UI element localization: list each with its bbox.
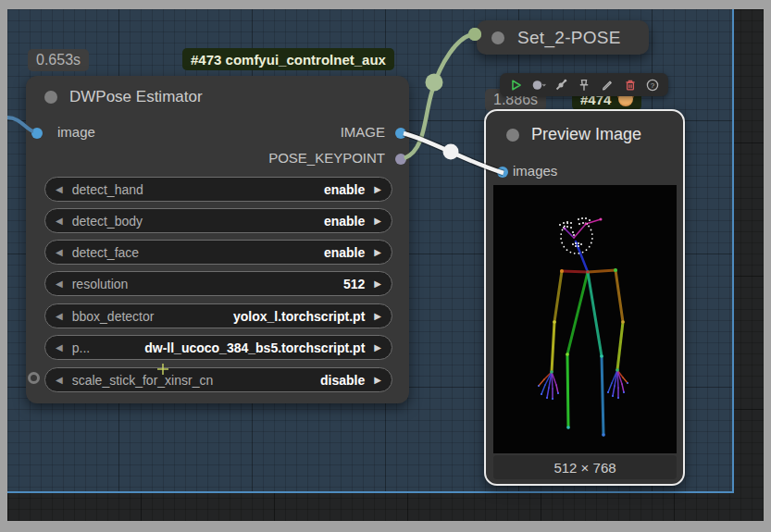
widget-value: enable — [324, 182, 365, 197]
node-color-icon[interactable] — [531, 78, 546, 93]
edit-icon[interactable] — [600, 78, 615, 93]
node-title-row: Preview Image — [506, 125, 641, 144]
widget-value: yolox_l.torchscript.pt — [233, 309, 365, 324]
increment-arrow-icon[interactable]: ▶ — [374, 343, 381, 353]
svg-text:?: ? — [651, 80, 655, 89]
image-size-label: 512 × 768 — [493, 455, 677, 479]
pin-icon[interactable] — [577, 78, 591, 93]
decrement-arrow-icon[interactable]: ◀ — [56, 248, 63, 257]
decrement-arrow-icon[interactable]: ◀ — [56, 279, 63, 289]
widget-value: enable — [324, 245, 365, 260]
decrement-arrow-icon[interactable]: ◀ — [56, 376, 63, 385]
increment-arrow-icon[interactable]: ▶ — [374, 248, 381, 257]
input-socket-scale-stick[interactable] — [28, 372, 40, 384]
decrement-arrow-icon[interactable]: ◀ — [56, 312, 63, 321]
node-dwpose-estimator[interactable]: DWPose Estimator image IMAGE POSE_KEYPOI… — [26, 76, 409, 403]
collapse-dot[interactable] — [491, 31, 504, 44]
decrement-arrow-icon[interactable]: ◀ — [56, 343, 63, 353]
window-frame: 0.653s #473 comfyui_controlnet_aux 1.886… — [0, 0, 771, 532]
widget-value: 512 — [343, 277, 365, 291]
output-label-pose-keypoint: POSE_KEYPOINT — [268, 150, 385, 166]
collapse-dot[interactable] — [506, 129, 519, 142]
graph-canvas[interactable]: 0.653s #473 comfyui_controlnet_aux 1.886… — [7, 9, 764, 521]
input-label-image: image — [57, 124, 95, 140]
widget-resolution[interactable]: ◀ resolution 512 ▶ — [44, 271, 392, 296]
execution-time-badge: 0.653s — [28, 49, 89, 71]
node-set-2-pose[interactable]: Set_2-POSE — [477, 20, 649, 55]
increment-arrow-icon[interactable]: ▶ — [374, 376, 381, 385]
output-socket-image[interactable] — [395, 128, 406, 139]
node-preview-image[interactable]: Preview Image images 512 × 768 — [484, 109, 685, 486]
increment-arrow-icon[interactable]: ▶ — [374, 312, 381, 321]
widget-pose-estimator[interactable]: ◀ p... dw-ll_ucoco_384_bs5.torchscript.p… — [44, 335, 392, 360]
output-label-image: IMAGE — [341, 124, 385, 140]
widget-value: disable — [320, 373, 365, 388]
increment-arrow-icon[interactable]: ▶ — [374, 185, 381, 194]
widget-label: resolution — [72, 277, 129, 291]
decrement-arrow-icon[interactable]: ◀ — [56, 217, 63, 226]
preview-image — [493, 185, 677, 453]
widget-detect-hand[interactable]: ◀ detect_hand enable ▶ — [44, 177, 392, 202]
pose-skeleton — [493, 185, 677, 453]
increment-arrow-icon[interactable]: ▶ — [374, 217, 381, 226]
selection-toolbox: ? — [500, 73, 668, 96]
delete-icon[interactable] — [623, 78, 638, 93]
input-socket-images[interactable] — [497, 167, 508, 178]
widget-detect-face[interactable]: ◀ detect_face enable ▶ — [44, 240, 392, 265]
widget-detect-body[interactable]: ◀ detect_body enable ▶ — [44, 208, 392, 233]
node-title: DWPose Estimator — [69, 88, 203, 106]
node-source-badge: #473 comfyui_controlnet_aux — [182, 48, 394, 70]
widget-bbox-detector[interactable]: ◀ bbox_detector yolox_l.torchscript.pt ▶ — [44, 303, 392, 328]
node-title: Preview Image — [531, 125, 641, 144]
input-label-images: images — [513, 163, 557, 179]
output-socket-pose-keypoint[interactable] — [395, 154, 406, 165]
input-socket[interactable] — [468, 28, 481, 41]
bypass-icon[interactable] — [553, 78, 568, 93]
node-title: Set_2-POSE — [517, 28, 621, 48]
widget-label: detect_face — [72, 245, 139, 260]
help-icon[interactable]: ? — [645, 78, 660, 93]
widget-label: scale_stick_for_xinsr_cn — [72, 373, 214, 388]
widget-value: dw-ll_ucoco_384_bs5.torchscript.pt — [144, 340, 365, 355]
widget-label: bbox_detector — [72, 309, 155, 324]
increment-arrow-icon[interactable]: ▶ — [374, 279, 381, 289]
widget-scale-stick[interactable]: ◀ scale_stick_for_xinsr_cn disable ▶ — [44, 367, 392, 392]
widget-label: detect_body — [72, 214, 143, 229]
widget-label: detect_hand — [72, 182, 143, 197]
widget-label: p... — [72, 340, 90, 355]
widget-value: enable — [324, 214, 365, 229]
collapse-dot[interactable] — [44, 91, 57, 104]
run-icon[interactable] — [508, 78, 523, 93]
decrement-arrow-icon[interactable]: ◀ — [56, 185, 63, 194]
node-title-row: DWPose Estimator — [44, 88, 203, 106]
input-socket-image[interactable] — [31, 128, 43, 139]
